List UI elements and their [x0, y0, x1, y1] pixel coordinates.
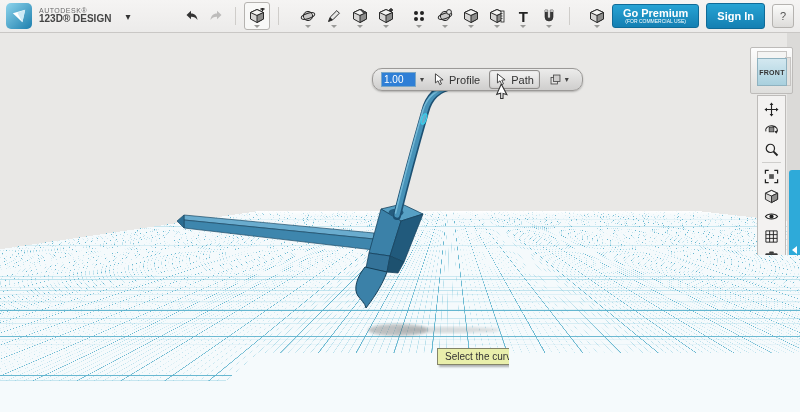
angular-snap-label: Angular Snap — [738, 394, 786, 412]
linear-snap-input[interactable] — [686, 378, 730, 392]
fit-view-button[interactable] — [761, 166, 783, 186]
tool-transform-button[interactable] — [296, 3, 320, 29]
tool-combine-button[interactable] — [459, 3, 483, 29]
undo-icon — [184, 8, 200, 24]
shading-mode-button[interactable] — [761, 186, 783, 206]
modify-cube-plus-icon — [378, 8, 394, 24]
tool-modify-button[interactable] — [374, 3, 398, 29]
sweep-options-caret-icon: ▾ — [565, 76, 569, 84]
tool-construct-button[interactable] — [348, 3, 372, 29]
material-paint-icon — [764, 276, 779, 291]
snap-magnet-icon — [541, 8, 557, 24]
hide-sketches-icon — [764, 296, 779, 311]
tool-primitives-button[interactable] — [244, 2, 270, 30]
tool-snap-button[interactable] — [537, 3, 561, 29]
visibility-eye-icon — [764, 209, 779, 224]
grouping-sphere-icon — [437, 8, 453, 24]
value-dropdown-icon[interactable]: ▾ — [420, 76, 424, 84]
help-button[interactable]: ? — [772, 4, 794, 28]
tool-text-button[interactable]: T — [511, 3, 535, 29]
mouse-cursor-icon — [495, 84, 511, 101]
app-logo-icon — [6, 3, 32, 29]
transform-icon — [300, 8, 316, 24]
edit-grid-panel: Edit Grid Linear Snap Angular Snap — [686, 359, 786, 412]
sweep-options-icon — [549, 72, 562, 87]
sweep-value-input[interactable]: 1.00 — [381, 72, 416, 87]
screenshot-button[interactable] — [761, 246, 783, 266]
tool-pattern-button[interactable] — [407, 3, 431, 29]
app-toolbar: AUTODESK® 123D® DESIGN ▾ — [0, 0, 800, 33]
main-menu-chevron-icon[interactable]: ▾ — [125, 11, 130, 22]
path-label: Path — [511, 74, 534, 86]
pattern-dots-icon — [411, 8, 427, 24]
view-tools-sidebar — [757, 95, 786, 328]
pan-icon — [764, 102, 779, 117]
go-premium-button[interactable]: Go Premium (FOR COMMERCIAL USE) — [612, 4, 699, 28]
sketch-pencil-icon — [326, 8, 342, 24]
toolbar-separator — [235, 7, 236, 25]
profile-button[interactable]: Profile — [428, 71, 485, 88]
flyout-left-arrow-icon — [792, 246, 797, 254]
view-cube-front-face[interactable]: FRONT — [757, 58, 787, 86]
zoom-tool-button[interactable] — [761, 139, 783, 159]
redo-icon — [208, 8, 224, 24]
sidebar-separator — [762, 269, 781, 270]
orbit-icon — [764, 122, 779, 137]
status-tooltip: Select the curve or the edge to assign p… — [437, 348, 643, 365]
tool-sketch-button[interactable] — [322, 3, 346, 29]
toolbar-separator — [278, 7, 279, 25]
edit-grid-button[interactable]: Edit Grid — [686, 359, 786, 375]
pan-tool-button[interactable] — [761, 99, 783, 119]
sweep-options-button[interactable]: ▾ — [544, 71, 574, 88]
sign-in-label: Sign In — [717, 10, 754, 22]
brand-text: AUTODESK® 123D® DESIGN — [39, 7, 111, 25]
sweep-value-text: 1.00 — [382, 73, 415, 86]
groups-cube-icon — [589, 8, 605, 24]
sweep-mini-toolbar: 1.00 ▾ Profile Path ▾ — [372, 68, 583, 91]
sidebar-separator — [762, 162, 781, 163]
angular-snap-input[interactable] — [742, 378, 786, 392]
fit-view-icon — [764, 169, 779, 184]
parts-panel-flyout-handle[interactable] — [789, 170, 800, 330]
grid-snap-button[interactable] — [761, 226, 783, 246]
orbit-tool-button[interactable] — [761, 119, 783, 139]
shading-mode-icon — [764, 189, 779, 204]
view-cube[interactable]: FRONT — [750, 47, 793, 94]
profile-cursor-icon — [433, 72, 446, 87]
screenshot-camera-icon — [764, 249, 779, 264]
redo-button[interactable] — [204, 4, 228, 28]
primitives-cube-icon — [249, 8, 265, 24]
grid-snap-icon — [764, 229, 779, 244]
go-premium-sublabel: (FOR COMMERCIAL USE) — [623, 19, 688, 25]
undo-button[interactable] — [180, 4, 204, 28]
hide-sketches-button[interactable] — [761, 293, 783, 313]
toolbar-separator — [569, 7, 570, 25]
tool-measure-button[interactable] — [485, 3, 509, 29]
profile-label: Profile — [449, 74, 480, 86]
visibility-button[interactable] — [761, 206, 783, 226]
construct-cube-pencil-icon — [352, 8, 368, 24]
tool-grouping-button[interactable] — [433, 3, 457, 29]
linear-snap-label: Linear Snap — [686, 394, 734, 412]
zoom-icon — [764, 142, 779, 157]
material-button[interactable] — [761, 273, 783, 293]
brand-line2: 123D® DESIGN — [39, 14, 111, 25]
measure-cube-ruler-icon — [489, 8, 505, 24]
app-window: AUTODESK® 123D® DESIGN ▾ — [0, 0, 800, 412]
combine-cube-icon — [463, 8, 479, 24]
sign-in-button[interactable]: Sign In — [706, 3, 765, 29]
tool-groups-button[interactable] — [585, 3, 609, 29]
text-tool-icon: T — [519, 9, 528, 24]
